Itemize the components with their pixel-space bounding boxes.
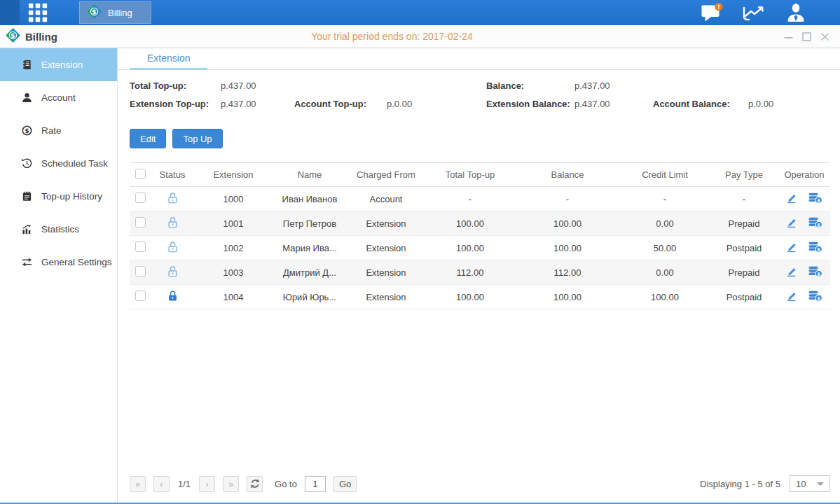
goto-page-input[interactable] (305, 476, 326, 492)
sidebar-item-extension[interactable]: Extension (0, 48, 117, 81)
pagination-bar: « ‹ 1/1 › » Go to Go Di (118, 469, 840, 503)
sidebar-item-general-settings[interactable]: General Settings (0, 246, 117, 279)
extension-table: StatusExtensionNameCharged FromTotal Top… (130, 162, 830, 309)
cell-pay-type: Postpaid (710, 236, 778, 260)
cell-operation: $ (778, 236, 830, 260)
cell-credit-limit: - (620, 187, 710, 211)
row-checkbox[interactable] (135, 192, 146, 203)
cell-extension: 1003 (194, 260, 273, 285)
statistics-icon (21, 224, 32, 234)
billing-app-window: $ Billing (0, 0, 840, 504)
extension-topup-value: p.437.00 (221, 99, 294, 109)
sidebar-item-label: Top-up History (41, 191, 102, 202)
close-button[interactable] (819, 31, 830, 42)
goto-label: Go to (275, 479, 297, 489)
cell-extension: 1000 (194, 187, 273, 211)
cell-balance: - (515, 187, 620, 211)
table-row: 1004Юрий Юрь...Extension100.00100.00100.… (130, 285, 830, 309)
cell-charged-from: Extension (347, 260, 425, 285)
cell-name: Мария Ива... (273, 236, 347, 260)
svg-text:$: $ (817, 222, 820, 227)
cell-extension: 1002 (194, 236, 273, 260)
cell-pay-type: Prepaid (710, 211, 778, 236)
select-all-checkbox[interactable] (135, 169, 146, 179)
cell-balance: 100.00 (515, 236, 620, 260)
column-header-extension: Extension (194, 163, 273, 187)
account-balance-label: Account Balance: (653, 99, 748, 109)
edit-pencil-icon[interactable] (786, 192, 798, 204)
action-buttons: Edit Top Up (118, 109, 840, 148)
resource-monitor-icon[interactable] (742, 4, 766, 22)
table-row: 1002Мария Ива...Extension100.00100.0050.… (130, 236, 830, 260)
refresh-button[interactable] (247, 476, 263, 492)
taskbar-tab-billing[interactable]: $ Billing (79, 1, 151, 24)
cell-name: Дмитрий Д... (273, 260, 347, 285)
page-size-dropdown[interactable]: 10 (790, 475, 830, 492)
sidebar-item-statistics[interactable]: Statistics (0, 213, 117, 246)
sidebar-item-account[interactable]: Account (0, 81, 117, 114)
cell-total-topup: 100.00 (425, 285, 515, 309)
maximize-button[interactable] (801, 31, 812, 42)
apps-grid-glyph (27, 2, 48, 23)
extension-balance-label: Extension Balance: (486, 99, 574, 109)
edit-pencil-icon[interactable] (786, 241, 798, 253)
first-page-button[interactable]: « (130, 476, 146, 492)
user-account-icon[interactable] (785, 3, 806, 22)
column-header-pay-type: Pay Type (710, 163, 778, 187)
cell-operation: $ (778, 187, 830, 211)
edit-pencil-icon[interactable] (786, 290, 798, 302)
window-controls (783, 31, 840, 42)
pagination-summary: Displaying 1 - 5 of 5 10 (700, 475, 830, 492)
row-checkbox[interactable] (135, 266, 146, 276)
lock-open-icon (167, 192, 178, 204)
next-page-button[interactable]: › (199, 476, 215, 492)
topup-coins-icon[interactable]: $ (808, 192, 822, 204)
pagination-controls: « ‹ 1/1 › » Go to Go (130, 476, 357, 492)
column-header-total-top-up: Total Top-up (425, 163, 515, 187)
row-checkbox[interactable] (135, 241, 146, 252)
person-icon (21, 92, 32, 103)
topup-coins-icon[interactable]: $ (808, 241, 822, 253)
apps-grid-icon[interactable] (26, 1, 50, 24)
page-indicator: 1/1 (177, 479, 191, 489)
chevron-down-icon (817, 482, 824, 486)
ledger-icon (21, 59, 32, 70)
sidebar-item-rate[interactable]: $Rate (0, 114, 117, 147)
sidebar-item-top-up-history[interactable]: Top-up History (0, 180, 117, 213)
total-topup-label: Total Top-up: (130, 80, 221, 91)
go-button[interactable]: Go (333, 476, 357, 492)
account-balance-value: p.0.00 (748, 99, 830, 109)
top-up-button[interactable]: Top Up (172, 129, 222, 148)
notifications-icon[interactable] (701, 3, 723, 22)
cell-charged-from: Extension (347, 211, 425, 236)
summary-left: Total Top-up: p.437.00 Extension Top-up:… (130, 80, 486, 109)
minimize-button[interactable] (783, 31, 794, 42)
edit-pencil-icon[interactable] (786, 266, 798, 277)
account-topup-label: Account Top-up: (294, 99, 387, 109)
prev-page-button[interactable]: ‹ (153, 476, 170, 492)
last-page-button[interactable]: » (223, 476, 239, 492)
total-topup-value: p.437.00 (221, 80, 294, 91)
topup-coins-icon[interactable]: $ (808, 290, 822, 302)
edit-button[interactable]: Edit (130, 129, 166, 148)
topup-coins-icon[interactable]: $ (808, 217, 822, 228)
cell-operation: $ (778, 260, 830, 285)
edit-pencil-icon[interactable] (786, 217, 798, 228)
account-topup-value: p.0.00 (387, 99, 486, 109)
column-header-charged-from: Charged From (347, 163, 425, 187)
extension-balance-value: p.437.00 (574, 99, 653, 109)
cell-pay-type: Prepaid (710, 260, 778, 285)
cell-extension: 1001 (194, 211, 273, 236)
column-header-status: Status (151, 163, 194, 187)
row-checkbox[interactable] (135, 290, 146, 301)
row-checkbox[interactable] (135, 217, 146, 227)
window-titlebar: $ Billing Your trial period ends on: 201… (0, 25, 840, 48)
tab-bar: Extension (118, 48, 840, 70)
sidebar-item-label: Extension (41, 59, 83, 70)
sidebar-item-scheduled-task[interactable]: Scheduled Task (0, 147, 117, 180)
cell-operation: $ (778, 211, 830, 236)
cell-balance: 100.00 (515, 211, 620, 236)
tab-extension[interactable]: Extension (130, 48, 207, 70)
topup-coins-icon[interactable]: $ (808, 266, 822, 277)
svg-text:$: $ (25, 127, 29, 134)
